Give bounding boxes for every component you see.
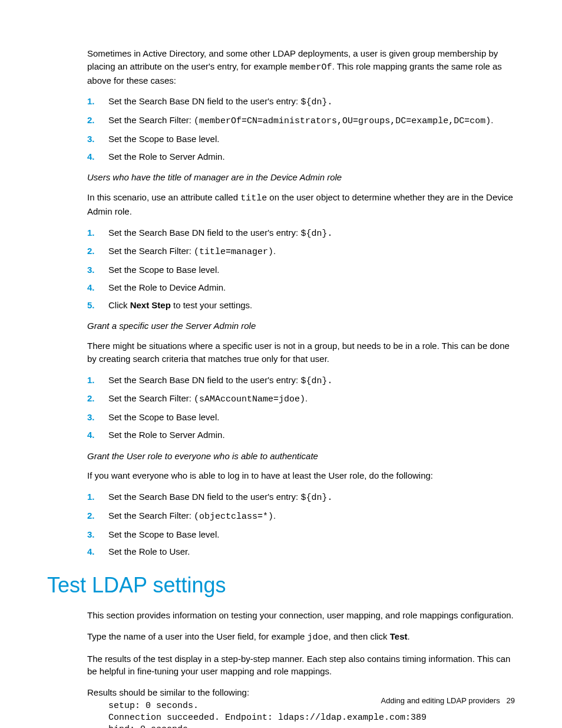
list-item: 3.Set the Scope to Base level. — [87, 263, 515, 276]
paragraph: There might be situations where a specif… — [87, 340, 515, 365]
text: Set the Role to User. — [108, 546, 190, 556]
bold-text: Next Step — [130, 300, 171, 310]
list-item: 4.Set the Role to Device Admin. — [87, 281, 515, 294]
step-number: 3. — [87, 133, 103, 146]
list-item: 3.Set the Scope to Base level. — [87, 528, 515, 541]
step-number: 2. — [87, 509, 103, 522]
text: , and then click — [329, 631, 390, 641]
paragraph: Type the name of a user into the User fi… — [87, 630, 515, 644]
step-number: 2. — [87, 245, 103, 258]
code-inline: (sAMAccountName=jdoe) — [194, 394, 305, 404]
code-inline: (title=manager) — [194, 247, 273, 257]
steps-list-3: 1.Set the Search Base DN field to the us… — [87, 374, 515, 442]
section-heading: Test LDAP settings — [47, 570, 515, 601]
step-number: 4. — [87, 429, 103, 442]
code-inline: ${dn}. — [300, 493, 332, 503]
text: Set the Search Filter: — [108, 246, 194, 256]
steps-list-4: 1.Set the Search Base DN field to the us… — [87, 490, 515, 558]
text: Set the Scope to Base level. — [108, 134, 219, 144]
text: Set the Search Base DN field to the user… — [108, 228, 300, 238]
text: Set the Search Base DN field to the user… — [108, 492, 300, 502]
text: . — [305, 393, 308, 403]
step-number: 1. — [87, 490, 103, 503]
list-item: 4.Set the Role to Server Admin. — [87, 429, 515, 442]
text: Set the Search Base DN field to the user… — [108, 375, 300, 385]
list-item: 4.Set the Role to Server Admin. — [87, 150, 515, 163]
content-body: Sometimes in Active Directory, and some … — [87, 47, 515, 728]
step-number: 5. — [87, 299, 103, 312]
code-inline: ${dn}. — [300, 376, 332, 386]
text: Set the Search Filter: — [108, 393, 194, 403]
code-inline: title — [240, 193, 267, 203]
text: Set the Search Base DN field to the user… — [108, 96, 300, 106]
text: Set the Search Filter: — [108, 115, 194, 125]
paragraph: If you want everyone who is able to log … — [87, 469, 515, 482]
footer-text: Adding and editing LDAP providers — [381, 696, 500, 705]
step-number: 2. — [87, 392, 103, 405]
steps-list-1: 1.Set the Search Base DN field to the us… — [87, 95, 515, 163]
step-number: 1. — [87, 226, 103, 239]
step-number: 4. — [87, 545, 103, 558]
steps-list-2: 1.Set the Search Base DN field to the us… — [87, 226, 515, 312]
subheading: Users who have the title of manager are … — [87, 171, 515, 184]
list-item: 1.Set the Search Base DN field to the us… — [87, 226, 515, 241]
step-number: 3. — [87, 411, 103, 424]
list-item: 2.Set the Search Filter: (sAMAccountName… — [87, 392, 515, 406]
text: Set the Scope to Base level. — [108, 529, 219, 539]
code-inline: (memberOf=CN=administrators,OU=groups,DC… — [194, 116, 491, 126]
text: Set the Scope to Base level. — [108, 265, 219, 275]
list-item: 4.Set the Role to User. — [87, 545, 515, 558]
list-item: 2.Set the Search Filter: (memberOf=CN=ad… — [87, 114, 515, 128]
text: Click — [108, 300, 130, 310]
list-item: 2.Set the Search Filter: (objectclass=*)… — [87, 509, 515, 523]
text: . — [273, 510, 276, 521]
paragraph: The results of the test display in a ste… — [87, 653, 515, 678]
code-inline: (objectclass=*) — [194, 512, 273, 522]
list-item: 2.Set the Search Filter: (title=manager)… — [87, 245, 515, 259]
subheading: Grant the User role to everyone who is a… — [87, 450, 515, 463]
bold-text: Test — [390, 631, 408, 641]
page-number: 29 — [507, 696, 515, 705]
page-footer: Adding and editing LDAP providers 29 — [381, 696, 515, 707]
code-inline: ${dn}. — [300, 97, 332, 107]
step-number: 4. — [87, 150, 103, 163]
step-number: 3. — [87, 263, 103, 276]
list-item: 1.Set the Search Base DN field to the us… — [87, 490, 515, 505]
paragraph: In this scenario, use an attribute calle… — [87, 191, 515, 218]
code-inline: jdoe — [308, 633, 329, 643]
list-item: 3.Set the Scope to Base level. — [87, 411, 515, 424]
list-item: 3.Set the Scope to Base level. — [87, 133, 515, 146]
text: Set the Scope to Base level. — [108, 412, 219, 422]
list-item: 1.Set the Search Base DN field to the us… — [87, 374, 515, 388]
page-container: Sometimes in Active Directory, and some … — [0, 0, 562, 728]
step-number: 1. — [87, 95, 103, 108]
step-number: 4. — [87, 281, 103, 294]
text: . — [273, 246, 276, 256]
subheading: Grant a specific user the Server Admin r… — [87, 319, 515, 332]
step-number: 2. — [87, 114, 103, 127]
intro-paragraph: Sometimes in Active Directory, and some … — [87, 47, 515, 87]
text: . — [408, 631, 410, 641]
text: Type the name of a user into the User fi… — [87, 631, 308, 641]
step-number: 1. — [87, 374, 103, 387]
code-inline: memberOf — [290, 62, 332, 73]
code-inline: ${dn}. — [300, 229, 332, 239]
list-item: 5.Click Next Step to test your settings. — [87, 299, 515, 312]
text: Set the Role to Server Admin. — [108, 151, 225, 162]
text: Set the Role to Server Admin. — [108, 430, 225, 440]
text: Set the Search Filter: — [108, 510, 194, 521]
text: to test your settings. — [171, 300, 252, 310]
step-number: 3. — [87, 528, 103, 541]
list-item: 1.Set the Search Base DN field to the us… — [87, 95, 515, 109]
paragraph: This section provides information on tes… — [87, 609, 515, 622]
text: Set the Role to Device Admin. — [108, 282, 226, 292]
text: . — [491, 115, 493, 125]
text: In this scenario, use an attribute calle… — [87, 192, 240, 202]
